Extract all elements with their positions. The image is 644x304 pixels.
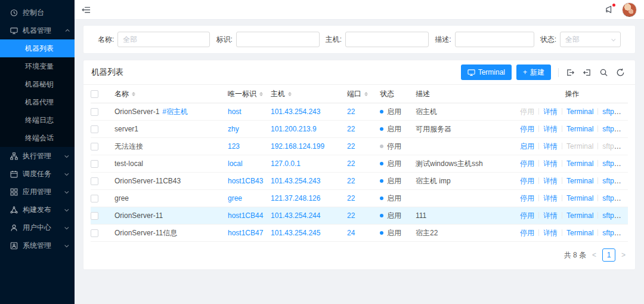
sidebar-item-app-management[interactable]: 应用管理 xyxy=(0,183,75,201)
more-action[interactable]: 更多 xyxy=(623,211,628,220)
more-action[interactable]: 更多 xyxy=(623,142,628,151)
machine-uid-link[interactable]: host1CB47 xyxy=(228,229,263,237)
notification-button[interactable] xyxy=(604,5,614,14)
row-checkbox[interactable] xyxy=(91,160,98,168)
sidebar-item-build-release[interactable]: 构建发布 xyxy=(0,201,75,219)
refresh-button[interactable] xyxy=(616,68,625,77)
more-action[interactable]: 更多 xyxy=(623,229,628,237)
more-action[interactable]: 更多 xyxy=(623,177,628,185)
sidebar-item-machine-management[interactable]: 机器管理 xyxy=(0,22,75,39)
toggle-enable-action[interactable]: 停用 xyxy=(520,229,534,237)
sidebar-item-system-management[interactable]: 系统管理 xyxy=(0,237,75,254)
detail-action[interactable]: 详情 xyxy=(543,142,558,151)
terminal-action[interactable]: Terminal xyxy=(566,125,593,133)
more-action[interactable]: 更多 xyxy=(623,125,628,133)
sftp-action[interactable]: sftp xyxy=(602,159,621,168)
row-checkbox[interactable] xyxy=(91,143,98,151)
terminal-action[interactable]: Terminal xyxy=(566,229,593,237)
name-filter-input[interactable] xyxy=(117,32,210,47)
column-header-name[interactable]: 名称 xyxy=(114,89,228,99)
machine-uid-link[interactable]: host1CB44 xyxy=(228,211,263,220)
terminal-action[interactable]: Terminal xyxy=(566,177,593,185)
detail-action[interactable]: 详情 xyxy=(543,177,558,185)
prev-page-button[interactable]: < xyxy=(591,251,597,259)
machine-host-link[interactable]: 127.0.0.1 xyxy=(271,159,301,168)
machine-host-link[interactable]: 101.43.254.244 xyxy=(271,211,320,220)
toggle-enable-action[interactable]: 停用 xyxy=(520,159,534,168)
machine-port-link[interactable]: 22 xyxy=(347,159,355,168)
sftp-action[interactable]: sftp xyxy=(602,211,621,220)
machine-port-link[interactable]: 22 xyxy=(347,142,355,151)
machine-host-link[interactable]: 101.43.254.243 xyxy=(271,108,320,116)
machine-host-link[interactable]: 101.43.254.243 xyxy=(271,177,320,185)
machine-uid-link[interactable]: gree xyxy=(228,194,242,202)
export-button[interactable] xyxy=(566,68,575,77)
sftp-action[interactable]: sftp xyxy=(602,177,621,185)
machine-host-link[interactable]: 121.37.248.126 xyxy=(271,194,320,202)
machine-port-link[interactable]: 22 xyxy=(347,125,355,133)
machine-port-link[interactable]: 24 xyxy=(347,229,355,237)
detail-action[interactable]: 详情 xyxy=(543,159,558,168)
row-checkbox[interactable] xyxy=(91,108,98,116)
sidebar-item-execution-management[interactable]: 执行管理 xyxy=(0,147,75,165)
more-action[interactable]: 更多 xyxy=(623,159,628,168)
avatar[interactable] xyxy=(622,2,637,17)
row-checkbox[interactable] xyxy=(91,125,98,133)
detail-action[interactable]: 详情 xyxy=(543,125,558,133)
detail-action[interactable]: 详情 xyxy=(543,108,558,116)
sidebar-item-scheduled-tasks[interactable]: 调度任务 xyxy=(0,165,75,183)
machine-port-link[interactable]: 22 xyxy=(347,108,355,116)
row-checkbox[interactable] xyxy=(91,177,98,185)
machine-uid-link[interactable]: zhy xyxy=(228,125,239,133)
machine-uid-link[interactable]: local xyxy=(228,159,243,168)
machine-uid-link[interactable]: 123 xyxy=(228,142,240,151)
desc-filter-input[interactable] xyxy=(455,32,534,47)
detail-action[interactable]: 详情 xyxy=(543,194,558,202)
sidebar-item-machine-proxy[interactable]: 机器代理 xyxy=(0,93,75,111)
machine-uid-link[interactable]: host1CB43 xyxy=(228,177,263,185)
machine-host-link[interactable]: 101.43.254.245 xyxy=(271,229,320,237)
machine-host-link[interactable]: 101.200.213.9 xyxy=(271,125,317,133)
create-button[interactable]: + 新建 xyxy=(516,65,551,80)
column-header-port[interactable]: 端口 xyxy=(347,89,380,99)
terminal-action[interactable]: Terminal xyxy=(566,211,593,220)
column-header-host[interactable]: 主机 xyxy=(271,89,347,99)
sftp-action[interactable]: sftp xyxy=(602,125,621,133)
row-checkbox[interactable] xyxy=(91,195,98,202)
next-page-button[interactable]: > xyxy=(620,251,627,259)
sftp-action[interactable]: sftp xyxy=(602,229,621,237)
sftp-action[interactable]: sftp xyxy=(602,194,621,202)
sftp-action[interactable]: sftp xyxy=(602,108,621,116)
toggle-enable-action[interactable]: 启用 xyxy=(520,142,534,151)
sftp-action[interactable]: sftp xyxy=(602,142,621,151)
terminal-action[interactable]: Terminal xyxy=(566,108,593,116)
sidebar-item-console[interactable]: 控制台 xyxy=(0,4,75,22)
toggle-enable-action[interactable]: 停用 xyxy=(520,194,534,202)
detail-action[interactable]: 详情 xyxy=(543,229,558,237)
machine-uid-link[interactable]: host xyxy=(228,108,242,116)
machine-host-link[interactable]: 192.168.124.199 xyxy=(271,142,324,151)
sidebar-item-machine-list[interactable]: 机器列表 xyxy=(0,39,75,57)
sidebar-item-machine-keys[interactable]: 机器秘钥 xyxy=(0,75,75,93)
sidebar-item-terminal-logs[interactable]: 终端日志 xyxy=(0,111,75,129)
terminal-action[interactable]: Terminal xyxy=(566,159,593,168)
import-button[interactable] xyxy=(583,68,592,77)
tag-filter-input[interactable] xyxy=(236,32,320,47)
machine-port-link[interactable]: 22 xyxy=(347,194,355,202)
more-action[interactable]: 更多 xyxy=(623,108,628,116)
more-action[interactable]: 更多 xyxy=(623,194,628,202)
page-number-button[interactable]: 1 xyxy=(602,248,615,262)
column-header-uid[interactable]: 唯一标识 xyxy=(228,89,271,99)
terminal-action[interactable]: Terminal xyxy=(566,194,593,202)
terminal-action[interactable]: Terminal xyxy=(566,142,593,151)
toggle-enable-action[interactable]: 停用 xyxy=(520,108,534,116)
machine-port-link[interactable]: 22 xyxy=(347,177,355,185)
sidebar-item-terminal-sessions[interactable]: 终端会话 xyxy=(0,129,75,147)
search-button[interactable] xyxy=(599,68,608,77)
machine-tag[interactable]: #宿主机 xyxy=(162,108,188,116)
toggle-enable-action[interactable]: 停用 xyxy=(520,211,534,220)
row-checkbox[interactable] xyxy=(91,229,98,237)
detail-action[interactable]: 详情 xyxy=(543,211,558,220)
status-filter-select[interactable]: 全部 xyxy=(560,32,621,47)
sidebar-item-env-variables[interactable]: 环境变量 xyxy=(0,57,75,75)
